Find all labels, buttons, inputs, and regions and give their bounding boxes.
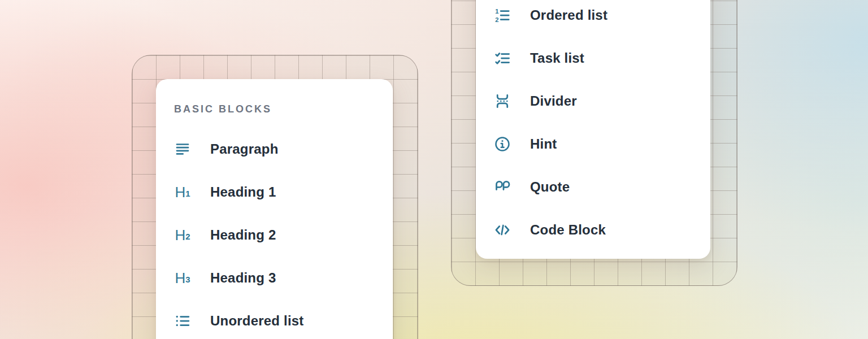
menu-item-label: Paragraph bbox=[210, 141, 279, 157]
menu-item-ordered-list[interactable]: 1 2 Ordered list bbox=[476, 0, 710, 37]
h-glyph: H bbox=[175, 227, 185, 244]
menu-item-divider[interactable]: Divider bbox=[476, 80, 710, 123]
code-block-icon bbox=[494, 221, 511, 238]
menu-item-heading-2[interactable]: H2 Heading 2 bbox=[156, 214, 393, 257]
menu-item-heading-1[interactable]: H1 Heading 1 bbox=[156, 171, 393, 214]
menu-item-label: Code Block bbox=[530, 222, 606, 238]
section-header: BASIC BLOCKS bbox=[156, 79, 393, 114]
menu-item-label: Task list bbox=[530, 50, 584, 66]
task-list-icon bbox=[494, 50, 511, 67]
menu-item-label: Hint bbox=[530, 136, 557, 152]
heading-3-icon: H3 bbox=[174, 270, 191, 286]
menu-item-unordered-list[interactable]: Unordered list bbox=[156, 299, 393, 339]
h-sub: 2 bbox=[185, 232, 190, 241]
basic-blocks-list: Paragraph H1 Heading 1 H2 Heading 2 H3 H… bbox=[156, 128, 393, 339]
menu-item-label: Unordered list bbox=[210, 313, 304, 329]
basic-blocks-card: BASIC BLOCKS Paragraph H1 Heading 1 H2 H… bbox=[156, 79, 393, 339]
blocks-list: 1 2 Ordered list Task list bbox=[476, 0, 710, 251]
divider-icon bbox=[494, 93, 511, 110]
menu-item-quote[interactable]: Quote bbox=[476, 166, 710, 208]
ordered-num-2: 2 bbox=[495, 16, 498, 23]
quote-icon bbox=[494, 179, 511, 195]
h-glyph: H bbox=[175, 184, 185, 201]
h-sub: 3 bbox=[185, 275, 190, 284]
unordered-list-icon bbox=[174, 312, 191, 329]
menu-item-task-list[interactable]: Task list bbox=[476, 37, 710, 80]
blocks-card-continued: 1 2 Ordered list Task list bbox=[476, 0, 710, 259]
ordered-list-icon: 1 2 bbox=[494, 7, 511, 24]
h-glyph: H bbox=[175, 270, 185, 286]
menu-item-code-block[interactable]: Code Block bbox=[476, 208, 710, 251]
menu-item-label: Quote bbox=[530, 179, 570, 195]
menu-item-paragraph[interactable]: Paragraph bbox=[156, 128, 393, 171]
heading-2-icon: H2 bbox=[174, 227, 191, 244]
menu-item-heading-3[interactable]: H3 Heading 3 bbox=[156, 257, 393, 299]
block-menu-hero: BASIC BLOCKS Paragraph H1 Heading 1 H2 H… bbox=[0, 0, 868, 339]
menu-item-label: Heading 3 bbox=[210, 270, 276, 286]
menu-item-hint[interactable]: Hint bbox=[476, 123, 710, 166]
menu-item-label: Divider bbox=[530, 93, 577, 109]
heading-1-icon: H1 bbox=[174, 184, 191, 201]
menu-item-label: Heading 2 bbox=[210, 227, 276, 243]
h-sub: 1 bbox=[185, 189, 190, 198]
menu-item-label: Ordered list bbox=[530, 7, 607, 23]
hint-icon bbox=[494, 136, 511, 153]
menu-item-label: Heading 1 bbox=[210, 184, 276, 200]
ordered-num-1: 1 bbox=[495, 8, 498, 15]
paragraph-icon bbox=[174, 141, 191, 158]
